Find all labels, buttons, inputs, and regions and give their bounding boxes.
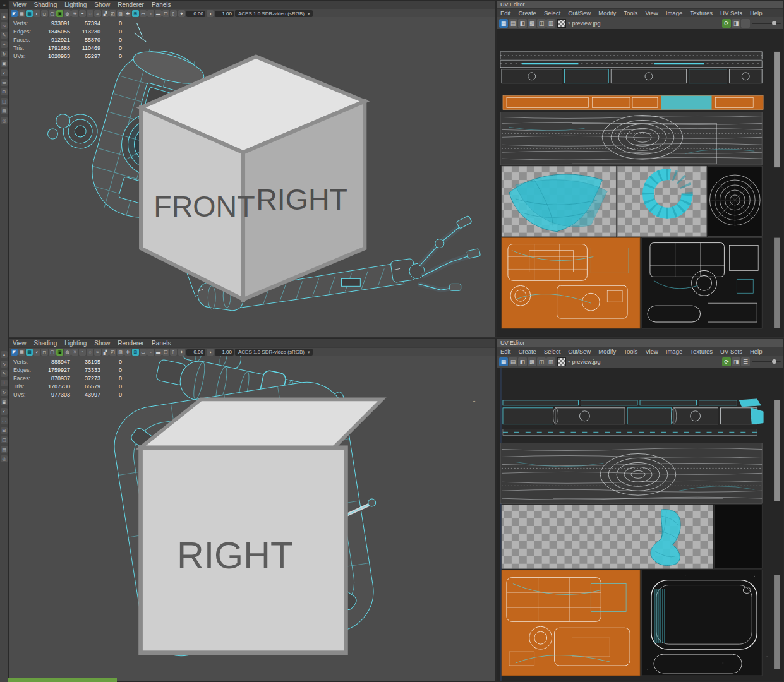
- lighting-icon[interactable]: ☀: [71, 10, 78, 17]
- uv-menu-item[interactable]: UV Sets: [716, 347, 746, 356]
- uv-menu-item[interactable]: Edit: [497, 347, 514, 356]
- occlusion-icon[interactable]: ◌: [87, 349, 93, 356]
- default-material-icon[interactable]: ◍: [64, 349, 71, 356]
- two-pane-layout-icon[interactable]: ◫: [1, 436, 8, 443]
- texture-name[interactable]: preview.jpg: [572, 20, 601, 27]
- joints-xray-icon[interactable]: ✚: [124, 10, 131, 17]
- safe-title-icon[interactable]: ▯: [170, 10, 177, 17]
- last-tool-icon[interactable]: ◐: [1, 69, 8, 76]
- uv-tile-grid-icon[interactable]: ▤: [509, 19, 517, 28]
- two-pane-layout-icon[interactable]: ◫: [1, 98, 8, 105]
- zoom-region-icon[interactable]: ◎: [1, 455, 8, 462]
- viewport-menu-item[interactable]: View: [9, 1, 30, 9]
- grid-toggle-icon[interactable]: ⊞: [132, 10, 139, 17]
- bounding-box-icon[interactable]: ▢: [49, 10, 56, 17]
- move-tool-icon[interactable]: +: [1, 41, 8, 48]
- viewport-canvas[interactable]: Verts: 933091 57394 0 Edges: 1845055 113…: [9, 17, 495, 337]
- smooth-shade-icon[interactable]: ◐: [33, 349, 40, 356]
- uv-menu-item[interactable]: Select: [540, 9, 564, 17]
- resolution-gate-icon[interactable]: ▫: [147, 349, 154, 356]
- uv-checker-icon[interactable]: ▩: [528, 357, 536, 366]
- view-cube[interactable]: FRONT RIGHT: [9, 25, 486, 337]
- colorspace-dropdown[interactable]: ACES 1.0 SDR-video (sRGB) ▾: [235, 349, 313, 356]
- motion-blur-icon[interactable]: ≈: [94, 10, 101, 17]
- motion-blur-icon[interactable]: ≈: [94, 349, 101, 356]
- uv-menu-item[interactable]: Cut/Sew: [564, 347, 594, 356]
- gate-mask-icon[interactable]: ▬: [155, 349, 162, 356]
- isolate-select-icon[interactable]: ◰: [109, 349, 116, 356]
- safe-action-icon[interactable]: ☐: [162, 349, 169, 356]
- gamma-field[interactable]: 1.00: [215, 11, 234, 17]
- uv-canvas[interactable]: [497, 29, 783, 337]
- texture-name[interactable]: preview.jpg: [572, 359, 601, 365]
- xray-icon[interactable]: ▨: [117, 349, 124, 356]
- uv-edit-tools-icon[interactable]: ▦: [499, 357, 508, 366]
- viewport-canvas[interactable]: Verts: 888947 36195 0 Edges: 1759927 733…: [9, 356, 495, 681]
- smooth-shade-icon[interactable]: ◐: [33, 10, 40, 17]
- paint-select-icon[interactable]: ✎: [1, 370, 8, 377]
- grid-toggle-icon[interactable]: ⊞: [132, 349, 139, 356]
- uv-options-icon[interactable]: ☰: [741, 357, 750, 366]
- uv-distortion-icon[interactable]: ◧: [518, 357, 527, 366]
- uv-editor-titlebar[interactable]: UV Editor: [497, 1, 783, 9]
- uv-menu-item[interactable]: Modify: [594, 9, 620, 17]
- viewport-menu-item[interactable]: Lighting: [61, 339, 90, 347]
- wireframe-on-shaded-icon[interactable]: ▩: [26, 10, 33, 17]
- four-pane-layout-icon[interactable]: ⊞: [1, 427, 8, 434]
- uv-menu-item[interactable]: Create: [514, 347, 540, 356]
- scale-tool-icon[interactable]: ▣: [1, 398, 8, 405]
- rotate-tool-icon[interactable]: ↻: [1, 51, 8, 57]
- zoom-region-icon[interactable]: ◎: [1, 117, 8, 124]
- viewport-menu-item[interactable]: Panels: [148, 339, 175, 347]
- time-slider-fragment[interactable]: [8, 678, 117, 682]
- snap-grid-icon[interactable]: ▦: [18, 349, 25, 356]
- texture-ratio-icon[interactable]: ◨: [732, 357, 740, 366]
- uv-menu-item[interactable]: Image: [662, 347, 686, 356]
- uv-checker-icon[interactable]: ▩: [528, 19, 536, 28]
- colorspace-dropdown[interactable]: ACES 1.0 SDR-video (sRGB) ▾: [235, 10, 313, 17]
- viewport-menu-item[interactable]: Shading: [30, 339, 61, 347]
- resolution-gate-icon[interactable]: ▫: [147, 10, 154, 17]
- uv-menu-item[interactable]: Image: [662, 9, 686, 17]
- uv-pinning-icon[interactable]: ▥: [546, 357, 555, 366]
- uv-menu-item[interactable]: View: [641, 9, 661, 17]
- uv-menu-item[interactable]: Create: [514, 9, 540, 17]
- textured-mode-icon[interactable]: ▣: [56, 349, 63, 356]
- chevron-down-icon[interactable]: ▾: [568, 21, 570, 26]
- gamma-field[interactable]: 1.00: [215, 349, 234, 356]
- panel-menu-icon[interactable]: ≡: [0, 0, 8, 9]
- exposure-icon[interactable]: ✦: [178, 10, 185, 17]
- anti-alias-icon[interactable]: ▞: [102, 349, 109, 356]
- safe-action-icon[interactable]: ☐: [162, 10, 169, 17]
- uv-distortion-icon[interactable]: ◧: [518, 19, 527, 28]
- uv-menu-item[interactable]: Textures: [686, 347, 716, 356]
- bounding-box-icon[interactable]: ▢: [49, 349, 56, 356]
- image-dim-slider[interactable]: [752, 20, 781, 27]
- chevron-down-icon[interactable]: ▾: [568, 359, 570, 364]
- scale-tool-icon[interactable]: ▣: [1, 60, 8, 67]
- gate-mask-icon[interactable]: ▬: [155, 10, 162, 17]
- selection-mode-icon[interactable]: ◤: [11, 10, 18, 17]
- uv-menu-item[interactable]: Tools: [620, 9, 641, 17]
- uv-menu-item[interactable]: View: [641, 347, 661, 356]
- last-tool-icon[interactable]: ◐: [1, 408, 8, 415]
- default-material-icon[interactable]: ◍: [64, 10, 71, 17]
- flat-shade-icon[interactable]: ◻: [41, 10, 48, 17]
- uv-menu-item[interactable]: Help: [746, 9, 766, 17]
- textured-mode-icon[interactable]: ▣: [56, 10, 63, 17]
- film-gate-icon[interactable]: ▭: [140, 349, 147, 356]
- view-cube-menu-caret[interactable]: ⌄: [471, 397, 476, 404]
- uv-menu-item[interactable]: Select: [540, 347, 564, 356]
- gamma-icon[interactable]: ◑: [207, 349, 214, 356]
- viewport-menu-item[interactable]: Renderer: [114, 1, 148, 9]
- uv-tile-grid-icon[interactable]: ▤: [509, 357, 517, 366]
- texture-swatch[interactable]: [557, 19, 566, 28]
- texture-swatch[interactable]: [557, 357, 566, 366]
- outliner-layout-icon[interactable]: ▤: [1, 446, 8, 453]
- viewport-menu-item[interactable]: Show: [90, 1, 114, 9]
- uv-menu-item[interactable]: Tools: [620, 347, 641, 356]
- single-pane-layout-icon[interactable]: ▭: [1, 417, 8, 424]
- uv-borders-icon[interactable]: ◫: [537, 19, 546, 28]
- film-gate-icon[interactable]: ▭: [140, 10, 147, 17]
- select-tool-icon[interactable]: ▲: [1, 13, 8, 20]
